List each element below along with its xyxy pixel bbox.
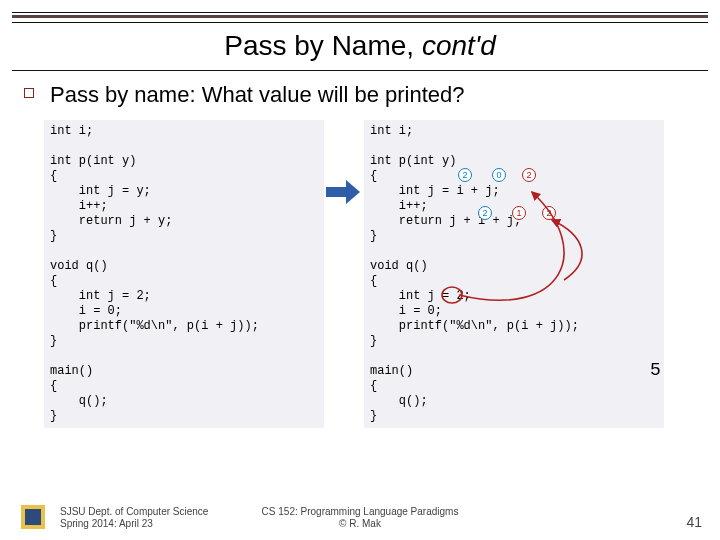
footer-course-line1: CS 152: Programming Language Paradigms <box>0 506 720 518</box>
title-contd: cont'd <box>422 30 496 61</box>
subheading: Pass by name: What value will be printed… <box>50 82 708 108</box>
footer-course: CS 152: Programming Language Paradigms ©… <box>0 506 720 530</box>
annotation-circle: 2 <box>522 168 536 182</box>
annotation-circle: 2 <box>478 206 492 220</box>
title-main: Pass by Name, <box>224 30 422 61</box>
svg-marker-1 <box>346 180 360 204</box>
bullet-marker <box>24 88 34 98</box>
divider <box>12 22 708 23</box>
annotation-circle: 1 <box>512 206 526 220</box>
footer-course-line2: © R. Mak <box>0 518 720 530</box>
divider <box>12 70 708 71</box>
answer-value: 5 <box>650 360 661 380</box>
code-left: int i; int p(int y) { int j = y; i++; re… <box>44 120 324 428</box>
annotation-circle: 0 <box>492 168 506 182</box>
annotation-circle: 2 <box>458 168 472 182</box>
code-right: int i; int p(int y) { int j = i + j; i++… <box>364 120 664 428</box>
slide-title: Pass by Name, cont'd <box>0 30 720 62</box>
svg-rect-0 <box>326 187 346 197</box>
code-area: int i; int p(int y) { int j = y; i++; re… <box>24 120 696 494</box>
page-number: 41 <box>686 514 702 530</box>
divider <box>12 12 708 13</box>
divider <box>12 15 708 18</box>
annotation-circle: 2 <box>542 206 556 220</box>
arrow-icon <box>326 180 360 204</box>
